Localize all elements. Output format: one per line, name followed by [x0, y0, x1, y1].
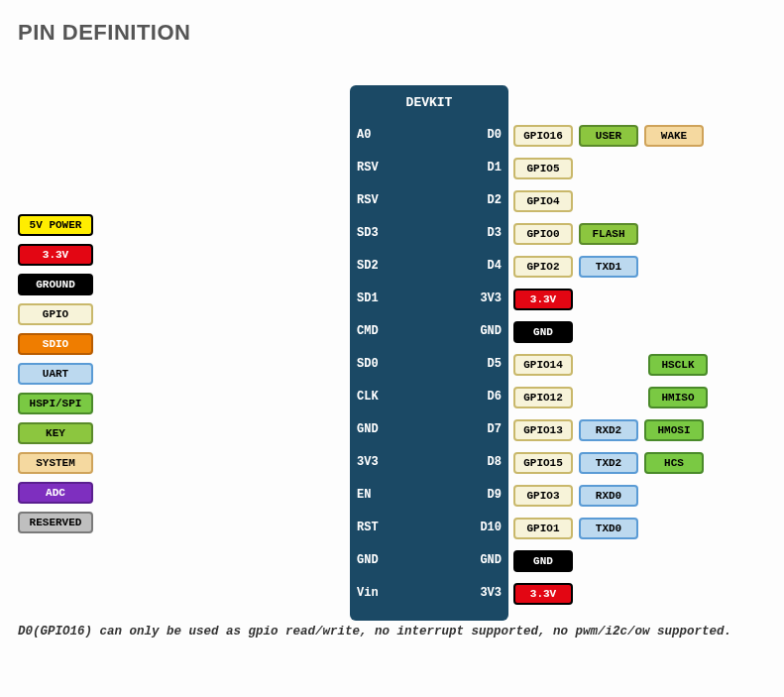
pin-tag: TXD0 — [579, 518, 638, 539]
pin-tag: 3.3V — [513, 583, 573, 605]
chip-pin-left: RSV — [357, 161, 392, 174]
legend-item: 3.3V — [18, 244, 93, 266]
chip-pin-right: D8 — [466, 455, 502, 469]
pin-row-right: GPIO13RXD2HMOSI — [513, 419, 704, 441]
legend-item: ADC — [18, 482, 93, 504]
legend-item: GROUND — [18, 274, 93, 295]
pin-row-right: GPIO15TXD2HCS — [513, 452, 704, 474]
pin-tag: GND — [513, 321, 573, 343]
pin-row-right: 3.3V — [513, 289, 573, 310]
pin-row-right: GPIO2TXD1 — [513, 256, 638, 278]
pin-row-right: GPIO3RXD0 — [513, 485, 638, 507]
pin-tag: TXD1 — [579, 256, 638, 278]
chip-pin-right: D2 — [466, 193, 502, 207]
chip-pin-right: D6 — [466, 390, 502, 404]
chip-pin-right: D1 — [466, 161, 502, 174]
pin-tag: HMISO — [648, 387, 708, 408]
pin-row-right: GPIO5 — [513, 158, 573, 179]
pin-tag: RXD2 — [579, 419, 638, 441]
pin-tag: RXD0 — [579, 485, 638, 507]
pin-row-right: GPIO14HSCLK — [513, 354, 708, 376]
pin-tag: GPIO4 — [513, 190, 573, 212]
pin-tag: HMOSI — [644, 419, 704, 441]
chip-pin-right: D3 — [466, 226, 502, 240]
pin-tag: HCS — [644, 452, 704, 474]
pin-tag: GPIO13 — [513, 419, 573, 441]
chip-pin-right: GND — [466, 324, 502, 338]
chip-pin-right: D0 — [466, 128, 502, 142]
footnote: D0(GPIO16) can only be used as gpio read… — [18, 625, 766, 639]
chip-pin-left: A0 — [357, 128, 392, 142]
pin-tag: GPIO15 — [513, 452, 573, 474]
chip-pin-left: CMD — [357, 324, 392, 338]
legend-item: SYSTEM — [18, 452, 93, 474]
legend-item: KEY — [18, 422, 93, 444]
pin-tag: GPIO12 — [513, 387, 573, 408]
chip-pin-right: D5 — [466, 357, 502, 371]
pin-tag: TXD2 — [579, 452, 638, 474]
chip-pin-left: SD1 — [357, 291, 392, 305]
chip-pin-left: RSV — [357, 193, 392, 207]
chip-pin-left: RST — [357, 521, 392, 534]
chip-pin-right: D10 — [466, 521, 502, 534]
legend-item: 5V POWER — [18, 214, 93, 236]
pin-tag: 3.3V — [513, 289, 573, 310]
legend-item: UART — [18, 363, 93, 385]
chip-pin-right: D7 — [466, 422, 502, 436]
pin-tag: USER — [579, 125, 638, 147]
pin-tag: GPIO2 — [513, 256, 573, 278]
chip-pin-right: 3V3 — [466, 291, 502, 305]
pin-tag: GPIO16 — [513, 125, 573, 147]
pin-tag: FLASH — [579, 223, 638, 245]
chip-pin-left: SD3 — [357, 226, 392, 240]
pin-tag: GPIO1 — [513, 518, 573, 539]
legend: 5V POWER3.3VGROUNDGPIOSDIOUARTHSPI/SPIKE… — [18, 214, 93, 533]
pin-row-right: GPIO1TXD0 — [513, 518, 638, 539]
chip-pin-left: GND — [357, 553, 392, 567]
chip-pin-left: GND — [357, 422, 392, 436]
chip-pin-left: SD2 — [357, 259, 392, 273]
chip-title: DEVKIT — [350, 85, 508, 110]
pin-row-right: GPIO12HMISO — [513, 387, 708, 408]
pin-tag: GPIO14 — [513, 354, 573, 376]
chip-pin-left: SD0 — [357, 357, 392, 371]
pin-row-right: GND — [513, 550, 573, 572]
legend-item: SDIO — [18, 333, 93, 355]
chip-pin-right: 3V3 — [466, 586, 502, 600]
pin-tag: HSCLK — [648, 354, 708, 376]
chip-pin-left: 3V3 — [357, 455, 392, 469]
chip-pin-left: EN — [357, 488, 392, 502]
pin-row-right: GND — [513, 321, 573, 343]
legend-item: HSPI/SPI — [18, 393, 93, 414]
chip-pin-left: Vin — [357, 586, 392, 600]
pin-row-right: GPIO16USERWAKE — [513, 125, 704, 147]
pin-tag: GND — [513, 550, 573, 572]
legend-item: GPIO — [18, 303, 93, 325]
pin-tag: WAKE — [644, 125, 704, 147]
pin-row-right: GPIO4 — [513, 190, 573, 212]
page-title: PIN DEFINITION — [18, 20, 766, 46]
chip-pin-right: D4 — [466, 259, 502, 273]
chip-pin-right: GND — [466, 553, 502, 567]
pinout-diagram: 5V POWER3.3VGROUNDGPIOSDIOUARTHSPI/SPIKE… — [18, 85, 766, 640]
pin-tag: GPIO3 — [513, 485, 573, 507]
legend-item: RESERVED — [18, 512, 93, 533]
pin-tag: GPIO0 — [513, 223, 573, 245]
pin-row-right: GPIO0FLASH — [513, 223, 638, 245]
pin-tag: GPIO5 — [513, 158, 573, 179]
pin-row-right: 3.3V — [513, 583, 573, 605]
chip-pin-right: D9 — [466, 488, 502, 502]
chip-pin-left: CLK — [357, 390, 392, 404]
